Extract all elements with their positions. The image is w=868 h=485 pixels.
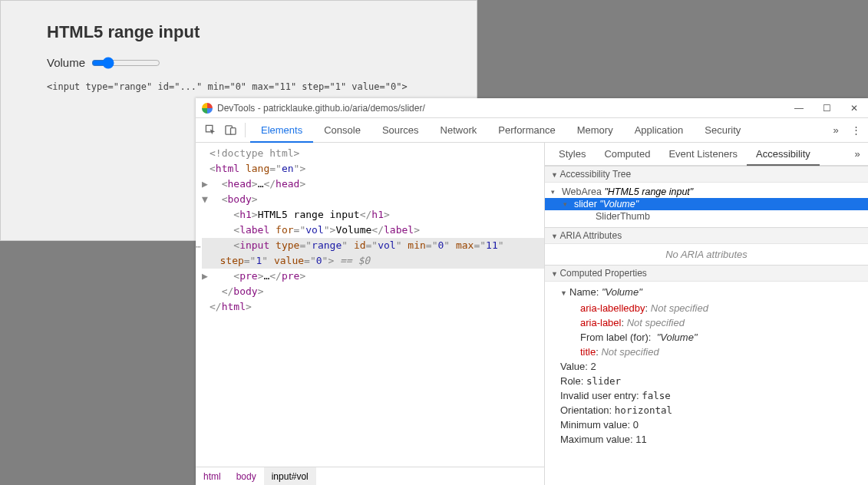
dom-tree[interactable]: <!doctype html> <html lang="en">▶ <head>…: [196, 143, 544, 467]
main-tab-security[interactable]: Security: [694, 118, 751, 142]
breadcrumb-item[interactable]: html: [196, 467, 229, 485]
aria-attributes-header[interactable]: ARIA Attributes: [545, 227, 868, 244]
dom-node[interactable]: ▶ <pre>…</pre>: [202, 269, 544, 284]
side-tab-computed[interactable]: Computed: [595, 143, 659, 165]
a11y-tree[interactable]: ▾WebArea "HTML5 range input"▾slider "Vol…: [545, 183, 868, 227]
device-toolbar-icon[interactable]: [220, 118, 240, 142]
page-title: HTML5 range input: [47, 22, 431, 42]
volume-slider[interactable]: [91, 57, 160, 69]
window-close-button[interactable]: ✕: [840, 98, 868, 118]
dom-node[interactable]: <!doctype html>: [202, 146, 544, 161]
dom-node[interactable]: <html lang="en">: [202, 161, 544, 177]
dom-node[interactable]: <input type="range" id="vol" min="0" max…: [202, 238, 544, 269]
a11y-tree-node[interactable]: ▾WebArea "HTML5 range input": [545, 186, 868, 198]
computed-property-row: Value: 2: [560, 359, 862, 374]
devtools-window: DevTools - patricklauke.github.io/aria/d…: [196, 98, 868, 485]
devtools-logo-icon: [202, 103, 213, 114]
dom-node[interactable]: ▼ <body>: [202, 192, 544, 207]
devtools-main-tabstrip: ElementsConsoleSourcesNetworkPerformance…: [196, 118, 868, 143]
computed-property-row: Role: slider: [560, 374, 862, 388]
side-tab-styles[interactable]: Styles: [550, 143, 595, 165]
side-tabstrip: StylesComputedEvent ListenersAccessibili…: [545, 143, 868, 166]
a11y-tree-node[interactable]: SliderThumb: [545, 210, 868, 223]
a11y-tree-header[interactable]: Accessibility Tree: [545, 166, 868, 183]
main-tab-performance[interactable]: Performance: [487, 118, 566, 142]
volume-label: Volume: [47, 56, 85, 69]
dom-node[interactable]: ▶ <head>…</head>: [202, 177, 544, 192]
devtools-title: DevTools - patricklauke.github.io/aria/d…: [217, 103, 425, 114]
side-tab-accessibility[interactable]: Accessibility: [747, 143, 820, 166]
side-tab-event-listeners[interactable]: Event Listeners: [659, 143, 747, 165]
elements-panel: <!doctype html> <html lang="en">▶ <head>…: [196, 143, 545, 485]
code-sample: <input type="range" id="..." min="0" max…: [47, 81, 431, 92]
svg-rect-2: [230, 128, 236, 134]
breadcrumb-item[interactable]: input#vol: [264, 467, 316, 485]
computed-property-row: Orientation: horizontal: [560, 403, 862, 417]
side-tabs-overflow-button[interactable]: »: [847, 143, 868, 165]
main-tab-sources[interactable]: Sources: [371, 118, 430, 142]
window-minimize-button[interactable]: —: [785, 98, 813, 118]
breadcrumb-item[interactable]: body: [229, 467, 264, 485]
devtools-titlebar[interactable]: DevTools - patricklauke.github.io/aria/d…: [196, 98, 868, 118]
computed-properties-body: ▼Name: "Volume" aria-labelledby: Not spe…: [545, 282, 868, 453]
breadcrumb-bar[interactable]: htmlbodyinput#vol: [196, 467, 544, 485]
main-tab-elements[interactable]: Elements: [250, 118, 313, 143]
computed-property-row: Maximum value: 11: [560, 432, 862, 447]
aria-attributes-empty: No ARIA attributes: [545, 244, 868, 265]
main-tab-application[interactable]: Application: [624, 118, 695, 142]
computed-properties-header[interactable]: Computed Properties: [545, 265, 868, 282]
computed-property-row: Minimum value: 0: [560, 417, 862, 432]
main-tab-memory[interactable]: Memory: [566, 118, 624, 142]
a11y-tree-node[interactable]: ▾slider "Volume": [545, 198, 868, 210]
dom-node[interactable]: </body>: [202, 284, 544, 299]
window-maximize-button[interactable]: ☐: [813, 98, 840, 118]
main-tab-console[interactable]: Console: [313, 118, 371, 142]
accessibility-pane: Accessibility Tree ▾WebArea "HTML5 range…: [545, 166, 868, 485]
dom-node[interactable]: </html>: [202, 299, 544, 315]
dom-node[interactable]: <h1>HTML5 range input</h1>: [202, 207, 544, 223]
dom-node[interactable]: <label for="vol">Volume</label>: [202, 223, 544, 238]
side-panel: StylesComputedEvent ListenersAccessibili…: [545, 143, 868, 485]
main-tab-network[interactable]: Network: [430, 118, 488, 142]
inspect-element-icon[interactable]: [200, 118, 220, 142]
main-tabs-overflow-button[interactable]: »: [825, 118, 847, 142]
computed-property-row: Invalid user entry: false: [560, 388, 862, 403]
devtools-menu-button[interactable]: ⋮: [847, 118, 865, 142]
